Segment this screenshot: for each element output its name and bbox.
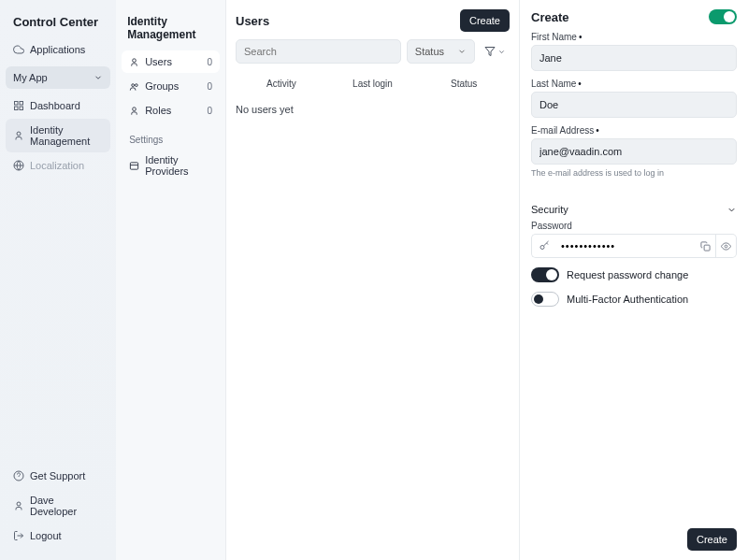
- search-input[interactable]: [236, 39, 401, 64]
- mfa-toggle[interactable]: [531, 292, 559, 307]
- sidebar-secondary: Identity Management Users 0 Groups 0 Rol…: [116, 0, 226, 560]
- svg-marker-17: [485, 48, 495, 56]
- first-name-label: First Name•: [531, 32, 737, 42]
- globe-icon: [13, 160, 24, 171]
- nav-applications-label: Applications: [30, 44, 85, 55]
- main-panel: Users Create Status Activity Last login …: [226, 0, 520, 560]
- app-selector[interactable]: My App: [6, 66, 110, 89]
- nav-identity-label: Identity Management: [30, 124, 103, 147]
- svg-point-11: [133, 58, 137, 62]
- roles-icon: [129, 106, 139, 116]
- user-icon: [129, 57, 139, 67]
- nav-dashboard[interactable]: Dashboard: [6, 94, 110, 117]
- sec-users[interactable]: Users 0: [122, 50, 220, 73]
- groups-icon: [129, 81, 139, 92]
- detail-title: Create: [531, 10, 568, 24]
- sec-users-count: 0: [207, 57, 212, 67]
- sec-identity-providers[interactable]: Identity Providers: [122, 149, 220, 182]
- nav-logout-label: Logout: [30, 530, 62, 541]
- col-activity: Activity: [236, 79, 327, 89]
- nav-dashboard-label: Dashboard: [30, 100, 80, 111]
- col-status: Status: [418, 79, 510, 89]
- svg-rect-21: [704, 245, 710, 251]
- status-filter-label: Status: [415, 46, 444, 57]
- submit-create-button[interactable]: Create: [687, 528, 737, 551]
- svg-point-12: [132, 83, 135, 86]
- support-icon: [13, 470, 24, 481]
- nav-applications[interactable]: Applications: [6, 38, 110, 61]
- security-label: Security: [531, 204, 568, 215]
- show-password-button[interactable]: [716, 234, 737, 258]
- password-label: Password: [531, 221, 737, 231]
- svg-point-14: [133, 107, 137, 110]
- main-title: Users: [236, 14, 269, 28]
- user-icon: [13, 500, 24, 511]
- email-help: The e-mail address is used to log in: [531, 168, 737, 178]
- sec-roles[interactable]: Roles 0: [122, 99, 220, 122]
- sec-groups-count: 0: [207, 81, 212, 92]
- svg-rect-3: [15, 107, 19, 110]
- request-password-change-toggle[interactable]: [531, 267, 559, 282]
- filter-button[interactable]: [481, 42, 510, 61]
- last-name-input[interactable]: [531, 92, 737, 118]
- chevron-down-icon: [457, 47, 467, 56]
- secondary-title: Identity Management: [122, 11, 220, 50]
- svg-point-18: [540, 246, 544, 250]
- nav-user[interactable]: Dave Developer: [6, 489, 110, 523]
- detail-panel: Create First Name• Last Name• E-mail Add…: [520, 0, 748, 560]
- mfa-label: Multi-Factor Authentication: [567, 294, 688, 305]
- first-name-input[interactable]: [531, 45, 737, 71]
- empty-state: No users yet: [226, 94, 519, 124]
- nav-logout[interactable]: Logout: [6, 524, 110, 547]
- svg-point-9: [17, 502, 21, 506]
- chevron-down-icon: [94, 73, 103, 82]
- app-title: Control Center: [6, 11, 110, 38]
- nav-support[interactable]: Get Support: [6, 465, 110, 487]
- col-lastlogin: Last login: [327, 79, 419, 89]
- svg-point-22: [725, 245, 727, 248]
- create-button[interactable]: Create: [460, 9, 510, 32]
- svg-point-4: [17, 132, 21, 136]
- nav-localization-label: Localization: [30, 160, 84, 171]
- sec-roles-count: 0: [207, 106, 212, 116]
- svg-rect-2: [20, 107, 23, 110]
- svg-rect-0: [15, 102, 19, 106]
- svg-rect-1: [20, 102, 23, 106]
- svg-point-13: [136, 83, 138, 86]
- enabled-toggle[interactable]: [709, 9, 737, 24]
- table-header: Activity Last login Status: [226, 73, 519, 94]
- svg-line-19: [543, 241, 548, 246]
- sec-users-label: Users: [145, 56, 172, 67]
- key-icon: [531, 234, 555, 258]
- dashboard-icon: [13, 100, 24, 111]
- password-input[interactable]: [555, 234, 696, 258]
- svg-rect-15: [131, 162, 138, 168]
- sec-idp-label: Identity Providers: [145, 154, 212, 177]
- nav-identity-management[interactable]: Identity Management: [6, 119, 110, 152]
- settings-heading: Settings: [122, 123, 220, 149]
- filter-icon: [484, 46, 496, 57]
- request-password-change-label: Request password change: [567, 269, 688, 280]
- sec-roles-label: Roles: [145, 105, 171, 116]
- security-section-toggle[interactable]: Security: [531, 194, 737, 221]
- chevron-down-icon: [497, 48, 506, 56]
- sec-groups[interactable]: Groups 0: [122, 75, 220, 97]
- nav-support-label: Get Support: [30, 470, 85, 481]
- sidebar-main: Control Center Applications My App Dashb…: [0, 0, 116, 560]
- copy-password-button[interactable]: [696, 234, 716, 258]
- email-label: E-mail Address•: [531, 125, 737, 136]
- cloud-icon: [13, 44, 24, 55]
- app-selector-label: My App: [13, 72, 48, 83]
- status-filter[interactable]: Status: [407, 39, 475, 64]
- chevron-down-icon: [726, 205, 737, 215]
- last-name-label: Last Name•: [531, 79, 737, 89]
- providers-icon: [129, 161, 139, 171]
- svg-line-20: [546, 243, 548, 245]
- identity-icon: [13, 130, 24, 141]
- nav-localization[interactable]: Localization: [6, 154, 110, 177]
- sec-groups-label: Groups: [145, 80, 179, 92]
- email-input[interactable]: [531, 138, 737, 165]
- logout-icon: [13, 530, 24, 541]
- nav-user-label: Dave Developer: [30, 495, 103, 517]
